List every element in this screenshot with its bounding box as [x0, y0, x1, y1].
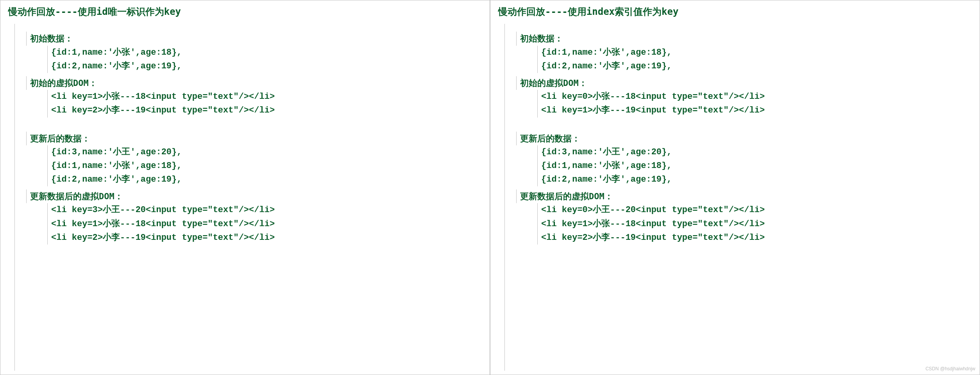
code-line: {id:1,name:'小张',age:18}, — [541, 46, 972, 59]
code-line: {id:1,name:'小张',age:18}, — [51, 46, 482, 59]
code-line: <li key=1>小张---18<input type="text"/></l… — [51, 90, 482, 104]
code-line: {id:2,name:'小李',age:19}, — [541, 59, 972, 73]
code-line: <li key=1>小张---18<input type="text"/></l… — [541, 217, 972, 231]
code-line: {id:3,name:'小王',age:20}, — [51, 145, 482, 159]
right-initial-vdom-heading: 初始的虚拟DOM： — [520, 76, 972, 90]
left-panel: 慢动作回放----使用id唯一标识作为key 初始数据： {id:1,name:… — [0, 0, 490, 375]
left-updated-data-heading: 更新后的数据： — [30, 132, 482, 145]
code-line: <li key=1>小李---19<input type="text"/></l… — [541, 104, 972, 117]
right-panel: 慢动作回放----使用index索引值作为key 初始数据： {id:1,nam… — [490, 0, 980, 375]
code-line: <li key=1>小张---18<input type="text"/></l… — [51, 217, 482, 231]
outline-guide — [504, 24, 505, 371]
code-line: <li key=2>小李---19<input type="text"/></l… — [51, 231, 482, 245]
code-line: <li key=3>小王---20<input type="text"/></l… — [51, 203, 482, 217]
outline-guide — [14, 24, 15, 371]
code-line: <li key=2>小李---19<input type="text"/></l… — [541, 231, 972, 245]
spacer — [498, 118, 972, 129]
code-line: <li key=0>小张---18<input type="text"/></l… — [541, 90, 972, 104]
left-updated-vdom-heading: 更新数据后的虚拟DOM： — [30, 189, 482, 203]
code-line: <li key=2>小李---19<input type="text"/></l… — [51, 104, 482, 117]
document-container: 慢动作回放----使用id唯一标识作为key 初始数据： {id:1,name:… — [0, 0, 980, 375]
left-initial-vdom-heading: 初始的虚拟DOM： — [30, 76, 482, 90]
code-line: {id:2,name:'小李',age:19}, — [51, 173, 482, 186]
code-line: {id:3,name:'小王',age:20}, — [541, 145, 972, 159]
right-title: 慢动作回放----使用index索引值作为key — [498, 4, 972, 19]
left-title: 慢动作回放----使用id唯一标识作为key — [8, 4, 482, 19]
code-line: {id:2,name:'小李',age:19}, — [51, 59, 482, 73]
right-updated-data-heading: 更新后的数据： — [520, 132, 972, 145]
left-initial-data-heading: 初始数据： — [30, 32, 482, 45]
code-line: <li key=0>小王---20<input type="text"/></l… — [541, 203, 972, 217]
code-line: {id:1,name:'小张',age:18}, — [541, 159, 972, 173]
spacer — [8, 118, 482, 129]
watermark: CSDN @hsdjhaiwhdnjw — [925, 365, 975, 373]
right-updated-vdom-heading: 更新数据后的虚拟DOM： — [520, 189, 972, 203]
code-line: {id:1,name:'小张',age:18}, — [51, 159, 482, 173]
code-line: {id:2,name:'小李',age:19}, — [541, 173, 972, 186]
right-initial-data-heading: 初始数据： — [520, 32, 972, 45]
